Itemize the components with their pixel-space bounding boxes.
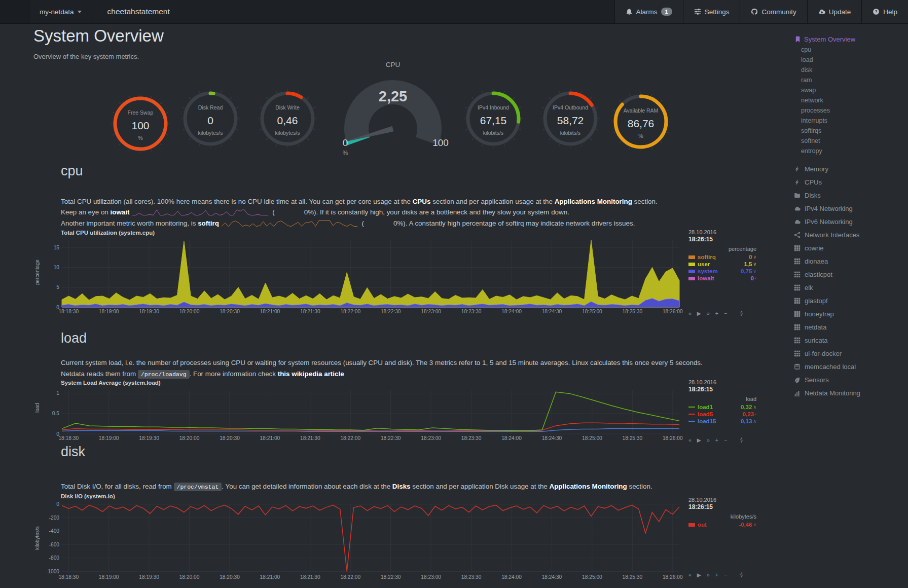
sidebar-item-softirqs[interactable]: softirqs [787,126,908,136]
sidebar-item-cpu[interactable]: cpu [787,45,908,55]
host-dropdown[interactable]: my-netdata [29,0,92,23]
cpu-chart-plot[interactable]: 18:18:3018:19:0018:19:3018:20:0018:20:30… [37,236,685,316]
zoom-in-icon[interactable]: + [715,572,718,578]
load-chart-toolbar: « ▶ » + − ∧∨ [688,437,765,443]
sidebar-item-cpus[interactable]: CPUs [787,175,908,189]
x-tick-label: 18:20:30 [220,309,240,314]
sidebar-item-disk[interactable]: disk [787,65,908,75]
sidebar-item-elk[interactable]: elk [787,281,908,294]
resize-handle[interactable]: ∧∨ [740,437,743,443]
sidebar-item-disks[interactable]: Disks [787,189,908,202]
sidebar-item-load[interactable]: load [787,55,908,65]
cpus-link[interactable]: CPUs [413,198,431,205]
x-tick-label: 18:25:00 [582,435,602,441]
gauge-title: IPv4 Outbound [541,104,600,111]
pan-right-icon[interactable]: » [707,572,710,578]
disks-link[interactable]: Disks [392,483,411,490]
legend-row-load15[interactable]: load15 0,13∧ [688,418,756,425]
sidebar-item-label: Memory [805,165,828,173]
sidebar-item-suricata[interactable]: suricata [787,334,908,347]
sidebar-item-cowrie[interactable]: cowrie [787,241,908,254]
sidebar-item-processes[interactable]: processes [787,105,908,116]
alarms-button[interactable]: Alarms 1 [614,0,683,23]
zoom-in-icon[interactable]: + [715,437,718,443]
play-icon[interactable]: ▶ [697,310,701,316]
sidebar-item-entropy[interactable]: entropy [787,146,908,156]
sidebar-item-network[interactable]: network [787,95,908,105]
chart-icon [793,390,801,396]
load-chart-title: System Load Average (system.load) [61,380,161,386]
sidebar-item-interrupts[interactable]: interrupts [787,116,908,126]
sidebar-item-memcached-local[interactable]: memcached local [787,360,908,373]
sidebar-item-ipv6-networking[interactable]: IPv6 Networking [787,215,908,228]
zoom-out-icon[interactable]: − [724,310,727,316]
load-chart-plot[interactable]: 18:18:3018:19:0018:19:3018:20:0018:20:30… [37,386,685,443]
text: 0%). A constantly high percentage of sof… [393,219,635,227]
pan-left-icon[interactable]: « [688,437,692,443]
sidebar-item-label: dionaea [805,258,828,265]
pan-left-icon[interactable]: « [688,572,692,578]
play-icon[interactable]: ▶ [697,437,701,443]
legend-row-iowait[interactable]: iowait 0‹ [688,275,756,282]
y-tick-label: 0 [56,431,59,437]
ipv4-inbound-gauge[interactable]: IPv4 Inbound 67,15 kilobits/s [464,89,523,148]
zoom-out-icon[interactable]: − [724,572,727,578]
sidebar-item-netdata-monitoring[interactable]: Netdata Monitoring [787,386,908,399]
sidebar-item-elasticpot[interactable]: elasticpot [787,268,908,281]
sidebar-item-ram[interactable]: ram [787,75,908,85]
pan-left-icon[interactable]: « [688,310,692,316]
sidebar-item-honeytrap[interactable]: honeytrap [787,307,908,320]
gauge-text: % [343,150,348,157]
update-button[interactable]: Update [807,0,862,23]
zoom-in-icon[interactable]: + [715,310,718,316]
resize-handle[interactable]: ∧∨ [740,572,743,577]
sidebar-item-swap[interactable]: swap [787,85,908,95]
sidebar: System Overview cpu load disk ram swap n… [787,24,908,588]
disk-read-gauge[interactable]: Disk Read 0 kilobytes/s [181,89,240,148]
legend-row-user[interactable]: user 1,5∨ [688,261,756,268]
sidebar-item-system-overview[interactable]: System Overview [787,34,908,45]
legend-row-load1[interactable]: load1 0,32∧ [688,403,756,411]
sidebar-item-sensors[interactable]: Sensors [787,373,908,386]
available-ram-gauge[interactable]: Available RAM 86,76 % [611,92,670,151]
sidebar-item-memory[interactable]: Memory [787,162,908,175]
sidebar-item-ui-for-docker[interactable]: ui-for-docker [787,347,908,360]
series-value: 0,23‹ [743,411,756,417]
caret-down-icon [78,11,82,13]
iowait-sparkline [132,208,269,216]
pan-right-icon[interactable]: » [707,437,710,443]
legend-row-out[interactable]: out -0,46∨ [688,521,756,528]
sidebar-item-ipv4-networking[interactable]: IPv4 Networking [787,202,908,215]
help-button[interactable]: ? Help [861,0,908,23]
legend-row-load5[interactable]: load5 0,23‹ [688,411,756,418]
applications-monitoring-link[interactable]: Applications Monitoring [550,483,627,490]
sidebar-item-label: IPv6 Networking [805,218,853,226]
sidebar-item-label: Disks [805,192,821,199]
brand-hostname[interactable]: cheetahstatement [107,0,170,23]
wikipedia-link[interactable]: this wikipedia article [278,370,344,378]
play-icon[interactable]: ▶ [697,572,701,578]
series-user-area [62,240,679,307]
sidebar-item-glastopf[interactable]: glastopf [787,294,908,307]
disk-chart-plot[interactable]: 18:18:3018:19:0018:19:3018:20:0018:20:30… [37,499,685,583]
settings-button[interactable]: Settings [683,0,740,23]
resize-handle[interactable]: ∧∨ [740,311,743,316]
legend-row-softirq[interactable]: softirq 0∨ [688,253,756,261]
applications-monitoring-link[interactable]: Applications Monitoring [555,198,632,205]
zoom-out-icon[interactable]: − [724,437,727,443]
cpu-gauge[interactable]: CPU 2,250100% [332,61,454,162]
sidebar-item-network-interfaces[interactable]: Network Interfaces [787,228,908,241]
pan-right-icon[interactable]: » [707,310,710,316]
community-button[interactable]: Community [740,0,807,23]
sidebar-item-netdata[interactable]: netdata [787,320,908,334]
ipv4-outbound-gauge[interactable]: IPv4 Outbound 58,72 kilobits/s [541,89,600,148]
text: . You can get detailed information about… [222,483,392,490]
sidebar-item-softnet[interactable]: softnet [787,136,908,146]
disk-paragraph-1: Total Disk I/O, for all disks, read from… [61,483,652,490]
disk-write-gauge[interactable]: Disk Write 0,46 kilobytes/s [258,89,317,148]
gauge-text: 0 [343,137,348,148]
free-swap-gauge[interactable]: Free Swap 100 % [111,94,170,153]
gauge-units: kilobits/s [541,130,600,136]
sidebar-item-dionaea[interactable]: dionaea [787,254,908,268]
legend-row-system[interactable]: system 0,75∨ [688,268,756,275]
